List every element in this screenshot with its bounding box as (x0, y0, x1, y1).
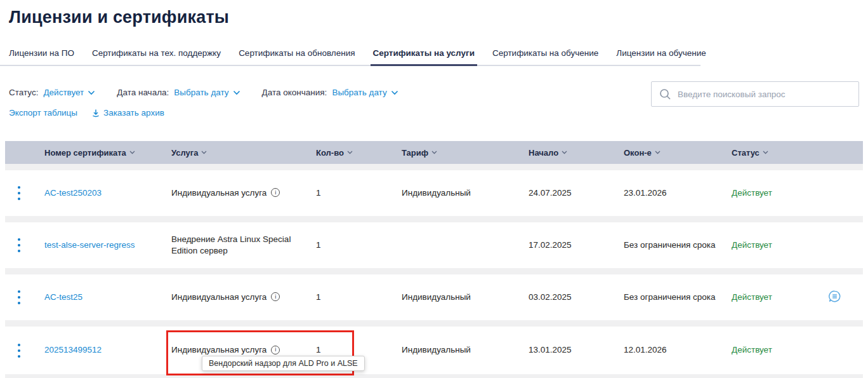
licenses-page: Лицензии и сертификаты Лицензии на ПО Се… (0, 0, 868, 378)
export-table-link[interactable]: Экспорт таблицы (9, 108, 77, 118)
page-title: Лицензии и сертификаты (9, 8, 868, 27)
service-name: Индивидуальная услуга (171, 345, 266, 354)
search-icon (659, 88, 671, 100)
download-icon (91, 109, 100, 118)
tariff-value: Индивидуальный (402, 187, 529, 199)
sort-chevron-icon (347, 151, 353, 154)
tab-certificates-training[interactable]: Сертификаты на обучение (492, 48, 598, 65)
order-archive-link[interactable]: Заказать архив (91, 108, 164, 118)
start-date-value: 17.02.2025 (529, 240, 624, 251)
tab-bar: Лицензии на ПО Сертификаты на тех. подде… (0, 48, 700, 66)
header-status[interactable]: Статус (732, 148, 817, 158)
status-filter-label: Статус: (9, 88, 38, 97)
table-row-highlighted: 202513499512 Индивидуальная услугаi 1 Ин… (5, 327, 863, 374)
tab-certificates-services[interactable]: Сертификаты на услуги (373, 48, 475, 65)
info-icon[interactable]: i (271, 188, 280, 197)
chevron-down-icon (391, 90, 398, 95)
end-date-filter: Дата окончания: Выбрать дату (262, 88, 398, 97)
table-header-row: Номер сертификата Услуга Кол-во Тариф На… (5, 141, 863, 164)
tariff-value: Индивидуальный (402, 292, 529, 303)
status-filter-value: Действует (43, 88, 84, 97)
start-date-value: 13.01.2025 (529, 344, 624, 356)
status-badge: Действует (732, 344, 817, 356)
certificate-number-link[interactable]: AC-test250203 (44, 188, 102, 198)
header-service[interactable]: Услуга (171, 148, 316, 158)
start-date-filter-value: Выбрать дату (174, 88, 228, 97)
start-date-filter-dropdown[interactable]: Выбрать дату (174, 88, 240, 97)
start-date-value: 03.02.2025 (529, 292, 624, 303)
service-name: Индивидуальная услуга (171, 188, 266, 198)
status-filter: Статус: Действует (9, 88, 95, 97)
header-certificate-number[interactable]: Номер сертификата (44, 148, 171, 158)
table-row: test-alse-server-regress Внедрение Astra… (5, 222, 863, 268)
table-row: AC-test250203 Индивидуальная услугаi 1 И… (5, 170, 863, 216)
quantity-value: 1 (316, 292, 402, 303)
row-menu-button[interactable] (14, 338, 24, 363)
status-filter-dropdown[interactable]: Действует (43, 88, 95, 97)
end-date-value: 12.01.2026 (624, 344, 732, 356)
row-menu-button[interactable] (14, 233, 24, 258)
row-menu-button[interactable] (14, 181, 24, 206)
info-icon[interactable]: i (271, 292, 280, 301)
sort-chevron-icon (562, 151, 567, 154)
start-date-value: 24.07.2025 (529, 187, 624, 199)
tariff-value: Индивидуальный (402, 344, 529, 356)
chevron-down-icon (233, 90, 240, 95)
tab-licenses-software[interactable]: Лицензии на ПО (9, 48, 74, 65)
quantity-value: 1 (316, 187, 402, 199)
service-tooltip: Вендорский надзор для ALD Pro и ALSE (202, 356, 365, 371)
header-end[interactable]: Окон-е (624, 148, 732, 158)
sort-chevron-icon (655, 151, 661, 154)
sort-chevron-icon (201, 151, 207, 154)
order-archive-label: Заказать архив (103, 108, 164, 118)
tab-certificates-support[interactable]: Сертификаты на тех. поддержку (92, 48, 221, 65)
start-date-filter: Дата начала: Выбрать дату (117, 88, 240, 97)
chevron-down-icon (88, 90, 95, 95)
certificate-number-link[interactable]: test-alse-server-regress (44, 240, 135, 250)
sort-chevron-icon (431, 151, 437, 154)
comment-icon[interactable] (827, 289, 842, 306)
status-badge: Действует (732, 292, 817, 303)
search-input[interactable] (678, 90, 851, 99)
end-date-value: Без ограничения срока (624, 240, 732, 251)
header-tariff[interactable]: Тариф (402, 148, 529, 158)
sort-chevron-icon (129, 151, 135, 154)
service-name: Внедрение Astra Linux Special Edition се… (171, 234, 291, 255)
certificate-number-link[interactable]: 202513499512 (44, 345, 102, 354)
certificate-number-link[interactable]: AC-test25 (44, 292, 82, 302)
table-row: AC-test25 Индивидуальная услугаi 1 Индив… (5, 274, 863, 320)
filter-zone: Статус: Действует Дата начала: Выбрать д… (9, 81, 859, 141)
search-box (651, 81, 859, 107)
status-badge: Действует (732, 187, 817, 199)
end-date-filter-value: Выбрать дату (332, 88, 386, 97)
quantity-value: 1 (316, 240, 402, 251)
sort-chevron-icon (763, 151, 768, 154)
header-quantity[interactable]: Кол-во (316, 148, 402, 158)
table-actions: Экспорт таблицы Заказать архив (9, 108, 859, 118)
tab-certificates-updates[interactable]: Сертификаты на обновления (239, 48, 355, 65)
service-name: Индивидуальная услуга (171, 292, 266, 302)
end-date-value: 23.01.2026 (624, 187, 732, 199)
certificates-table: Номер сертификата Услуга Кол-во Тариф На… (5, 141, 863, 378)
status-badge: Действует (732, 240, 817, 251)
info-icon[interactable]: i (271, 346, 280, 354)
end-date-filter-label: Дата окончания: (262, 88, 327, 97)
header-start[interactable]: Начало (529, 148, 624, 158)
end-date-filter-dropdown[interactable]: Выбрать дату (332, 88, 398, 97)
tab-licenses-training[interactable]: Лицензии на обучение (616, 48, 706, 65)
row-menu-button[interactable] (14, 285, 24, 310)
end-date-value: Без ограничения срока (624, 292, 732, 303)
quantity-value: 1 (316, 344, 402, 356)
start-date-filter-label: Дата начала: (117, 88, 169, 97)
